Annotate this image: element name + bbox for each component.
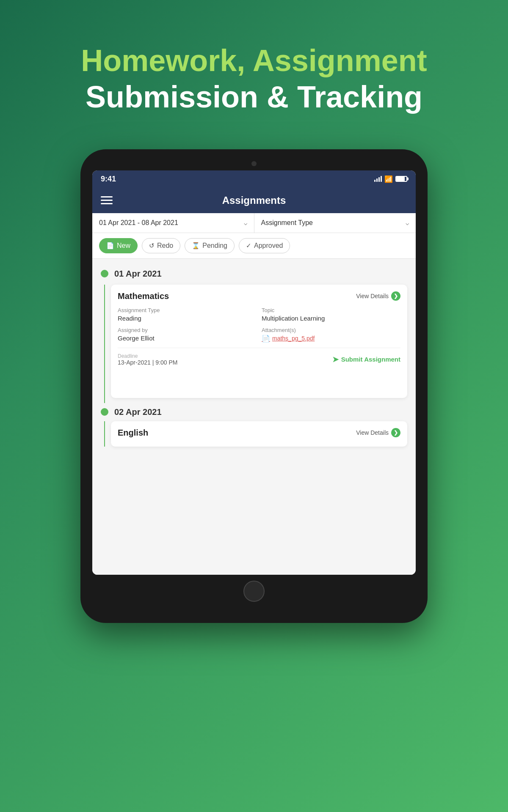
date-label-2: 02 Apr 2021 — [114, 407, 162, 417]
hero-line2: Submission & Tracking — [81, 79, 427, 115]
assignment-type-field: Assignment Type Reading — [118, 307, 257, 322]
app-title: Assignments — [222, 195, 286, 206]
tab-pending-label: Pending — [202, 242, 227, 250]
subject-english: English — [118, 428, 148, 438]
assignment-type-field-label: Assignment Type — [118, 307, 257, 313]
topic-field-label: Topic — [262, 307, 400, 313]
type-chevron-icon: ⌵ — [406, 219, 409, 226]
topic-field: Topic Multiplication Learning — [262, 307, 400, 322]
assignment-type-field-value: Reading — [118, 315, 257, 322]
card-header-math: Mathematics View Details ❯ — [118, 291, 400, 301]
timeline: 01 Apr 2021 Mathematics View Details ❯ — [92, 259, 416, 451]
view-details-arrow-english: ❯ — [391, 428, 400, 437]
status-icons: 📶 — [374, 175, 407, 183]
assigned-by-label: Assigned by — [118, 327, 257, 333]
tab-approved[interactable]: ✓ Approved — [239, 238, 290, 253]
tablet-screen: 9:41 📶 Assignments — [92, 170, 416, 575]
date-label-1: 01 Apr 2021 — [114, 269, 162, 279]
assignment-type-label: Assignment Type — [261, 219, 313, 227]
signal-icon — [374, 176, 382, 182]
tablet-device: 9:41 📶 Assignments — [80, 149, 428, 623]
card-fields-math: Assignment Type Reading Topic Multiplica… — [118, 307, 400, 343]
pdf-icon: 📄 — [262, 335, 270, 343]
date-chevron-icon: ⌵ — [244, 219, 247, 226]
submit-assignment-button[interactable]: ➤ Submit Assignment — [332, 355, 400, 364]
hero-line1: Homework, Assignment — [81, 42, 427, 79]
assigned-by-value: George Elliot — [118, 335, 257, 342]
timeline-dot-2 — [101, 408, 108, 416]
assignment-card-english: English View Details ❯ — [111, 421, 407, 447]
attachment-file[interactable]: 📄 maths_pg_5.pdf — [262, 335, 400, 343]
status-bar: 9:41 📶 — [92, 170, 416, 188]
topic-field-value: Multiplication Learning — [262, 315, 400, 322]
hamburger-line1 — [101, 196, 113, 198]
card-header-english: English View Details ❯ — [118, 428, 400, 438]
wifi-icon: 📶 — [384, 175, 393, 183]
view-details-label-math: View Details — [356, 293, 389, 299]
timeline-dot-1 — [101, 270, 108, 277]
attachments-label: Attachment(s) — [262, 327, 400, 333]
status-time: 9:41 — [101, 175, 116, 184]
submit-icon: ➤ — [332, 355, 339, 364]
tab-new[interactable]: 📄 New — [99, 238, 138, 253]
approved-tab-icon: ✓ — [246, 242, 251, 250]
battery-icon — [395, 176, 407, 182]
timeline-date-row-2: 02 Apr 2021 — [92, 403, 416, 421]
timeline-content-2: English View Details ❯ — [92, 421, 416, 447]
assignment-card-math: Mathematics View Details ❯ Assignment Ty… — [111, 285, 407, 398]
pending-tab-icon: ⌛ — [192, 242, 200, 250]
hamburger-line2 — [101, 200, 113, 201]
submit-label: Submit Assignment — [341, 356, 400, 363]
tab-redo-label: Redo — [157, 242, 173, 250]
timeline-date-row-1: 01 Apr 2021 — [92, 263, 416, 285]
timeline-line-1 — [104, 285, 105, 403]
attachments-field: Attachment(s) 📄 maths_pg_5.pdf — [262, 327, 400, 343]
timeline-line-2 — [104, 421, 105, 447]
view-details-arrow-math: ❯ — [391, 291, 400, 301]
view-details-english[interactable]: View Details ❯ — [356, 428, 400, 437]
content-area: 01 Apr 2021 Mathematics View Details ❯ — [92, 259, 416, 575]
redo-tab-icon: ↺ — [149, 242, 155, 250]
tablet-home-button[interactable] — [243, 581, 265, 602]
date-range-filter[interactable]: 01 Apr 2021 - 08 Apr 2021 ⌵ — [92, 213, 254, 233]
tab-redo[interactable]: ↺ Redo — [142, 238, 180, 253]
card-footer-math: Deadline 13-Apr-2021 | 9:00 PM ➤ Submit … — [118, 348, 400, 366]
tab-new-label: New — [117, 242, 130, 250]
app-header: Assignments — [92, 188, 416, 213]
assigned-by-field: Assigned by George Elliot — [118, 327, 257, 343]
view-details-math[interactable]: View Details ❯ — [356, 291, 400, 301]
deadline-label: Deadline — [118, 353, 177, 359]
hamburger-menu[interactable] — [101, 196, 113, 204]
new-tab-icon: 📄 — [106, 242, 114, 250]
deadline-section: Deadline 13-Apr-2021 | 9:00 PM — [118, 353, 177, 366]
view-details-label-english: View Details — [356, 429, 389, 436]
timeline-content-1: Mathematics View Details ❯ Assignment Ty… — [92, 285, 416, 403]
tab-pending[interactable]: ⌛ Pending — [185, 238, 235, 253]
subject-math: Mathematics — [118, 291, 169, 301]
attachment-filename: maths_pg_5.pdf — [272, 335, 315, 342]
deadline-value: 13-Apr-2021 | 9:00 PM — [118, 359, 177, 366]
hero-section: Homework, Assignment Submission & Tracki… — [81, 42, 427, 115]
tab-approved-label: Approved — [254, 242, 283, 250]
assignment-type-filter[interactable]: Assignment Type ⌵ — [254, 213, 416, 233]
tablet-camera — [251, 161, 257, 166]
hamburger-line3 — [101, 203, 113, 204]
tab-bar: 📄 New ↺ Redo ⌛ Pending ✓ Approved — [92, 233, 416, 259]
filter-bar: 01 Apr 2021 - 08 Apr 2021 ⌵ Assignment T… — [92, 213, 416, 233]
date-range-label: 01 Apr 2021 - 08 Apr 2021 — [99, 219, 178, 227]
